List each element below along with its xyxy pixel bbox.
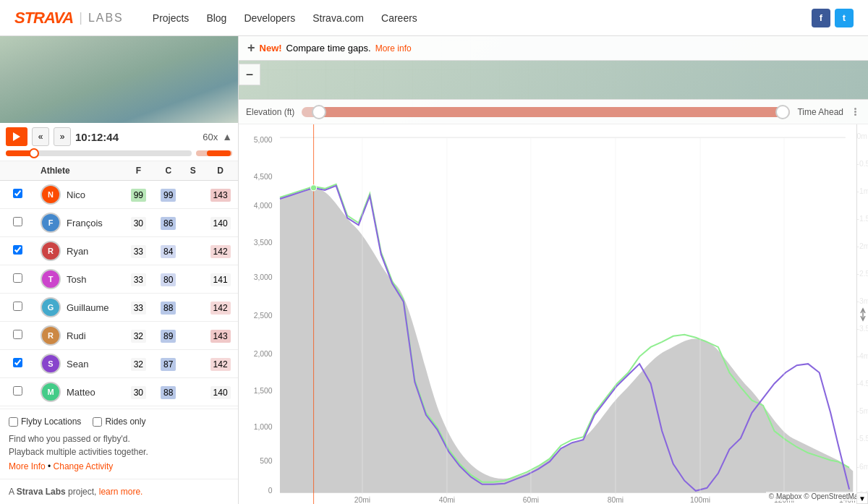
athlete-name: Nico xyxy=(67,189,85,200)
checkbox-header xyxy=(0,161,35,181)
table-row[interactable]: F François 30 86 140 xyxy=(0,209,238,237)
table-row[interactable]: R Ryan 33 84 142 xyxy=(0,237,238,265)
separator: • xyxy=(48,461,54,471)
range-handle-right[interactable] xyxy=(775,105,790,119)
table-row[interactable]: M Matteo 30 88 140 xyxy=(0,378,238,406)
prev-button[interactable]: « xyxy=(32,127,49,146)
range-slider[interactable] xyxy=(302,107,790,117)
athlete-name: Tosh xyxy=(67,274,86,285)
more-info-link[interactable]: More Info xyxy=(9,461,46,471)
play-button[interactable] xyxy=(6,127,27,146)
svg-text:1,500: 1,500 xyxy=(254,387,273,395)
athlete-checkbox[interactable] xyxy=(13,273,22,283)
athlete-checkbox[interactable] xyxy=(13,330,22,339)
athlete-checkbox-cell[interactable] xyxy=(0,237,35,265)
speed-display: 60x xyxy=(203,132,218,142)
athlete-checkbox[interactable] xyxy=(13,245,22,255)
athlete-c-score: 89 xyxy=(153,322,183,350)
bottom-collapse-button[interactable]: ▼ xyxy=(856,492,868,504)
flyby-locations-checkbox[interactable] xyxy=(9,417,18,427)
nav-projects[interactable]: Projects xyxy=(153,12,190,24)
notification-text: Compare time gaps. xyxy=(286,43,371,54)
collapse-button[interactable]: ▲ xyxy=(222,131,232,142)
svg-text:2,000: 2,000 xyxy=(254,350,273,358)
main-nav: Projects Blog Developers Strava.com Care… xyxy=(153,12,417,24)
table-row[interactable]: T Tosh 33 80 141 xyxy=(0,265,238,294)
athlete-name-cell: M Matteo xyxy=(35,378,124,406)
athlete-checkbox-cell[interactable] xyxy=(0,322,35,350)
range-fill xyxy=(317,107,786,117)
new-badge: New! xyxy=(260,43,282,54)
athlete-checkbox-cell[interactable] xyxy=(0,265,35,294)
svg-point-42 xyxy=(310,185,316,191)
nav-careers[interactable]: Careers xyxy=(381,12,417,24)
athlete-checkbox[interactable] xyxy=(13,386,22,396)
chart-collapse-button[interactable] xyxy=(849,107,861,116)
twitter-icon[interactable]: t xyxy=(835,9,854,27)
athlete-name: Ryan xyxy=(67,246,88,257)
athlete-c-score: 86 xyxy=(153,209,183,237)
minus-button[interactable]: − xyxy=(239,64,260,85)
athlete-name-cell: T Tosh xyxy=(35,265,124,294)
labs-logo: LABS xyxy=(88,12,124,25)
athlete-checkbox[interactable] xyxy=(13,189,22,198)
flyby-locations-label: Flyby Locations xyxy=(21,417,81,427)
avatar: F xyxy=(41,213,61,233)
athlete-s-score xyxy=(183,181,203,209)
athlete-name: Rudi xyxy=(67,330,86,341)
athlete-f-score: 99 xyxy=(124,181,153,209)
table-row[interactable]: R Rudi 32 89 143 xyxy=(0,322,238,350)
nav-blog[interactable]: Blog xyxy=(206,12,226,24)
social-icons: f t xyxy=(812,9,854,27)
athlete-checkbox-cell[interactable] xyxy=(0,181,35,209)
table-row[interactable]: G Guillaume 33 88 142 xyxy=(0,294,238,322)
athlete-name-cell: N Nico xyxy=(35,181,124,209)
athlete-d-score: 143 xyxy=(203,322,238,350)
svg-text:20mi: 20mi xyxy=(354,496,370,504)
rides-only-option[interactable]: Rides only xyxy=(93,417,145,427)
athlete-checkbox-cell[interactable] xyxy=(0,350,35,378)
range-handle-left[interactable] xyxy=(312,105,326,119)
chart-right-collapse[interactable] xyxy=(856,124,868,504)
left-panel: « » 10:12:44 60x ▲ xyxy=(0,36,239,504)
athlete-checkbox-cell[interactable] xyxy=(0,209,35,237)
athlete-checkbox[interactable] xyxy=(13,358,22,367)
athlete-checkbox[interactable] xyxy=(13,302,22,311)
athlete-s-score xyxy=(183,265,203,294)
next-button[interactable]: » xyxy=(54,127,71,146)
athlete-s-score xyxy=(183,209,203,237)
app-header: STRAVA | LABS Projects Blog Developers S… xyxy=(0,0,868,36)
d-header: D xyxy=(203,161,238,181)
nav-strava[interactable]: Strava.com xyxy=(312,12,364,24)
svg-text:3,000: 3,000 xyxy=(254,273,273,281)
athlete-checkbox-cell[interactable] xyxy=(0,378,35,406)
athlete-c-score: 88 xyxy=(153,294,183,322)
progress-handle[interactable] xyxy=(29,148,39,158)
more-info-notification-link[interactable]: More info xyxy=(375,43,412,54)
change-activity-link[interactable]: Change Activity xyxy=(54,461,114,471)
table-row[interactable]: N Nico 99 99 143 xyxy=(0,181,238,209)
svg-text:2,500: 2,500 xyxy=(254,312,273,320)
athlete-c-score: 99 xyxy=(153,181,183,209)
nav-developers[interactable]: Developers xyxy=(244,12,295,24)
table-row[interactable]: S Sean 32 87 142 xyxy=(0,350,238,378)
speed-track[interactable] xyxy=(196,150,232,156)
elevation-chart-svg: 5,000 4,500 4,000 3,500 3,000 2,500 2,00… xyxy=(239,124,868,504)
facebook-icon[interactable]: f xyxy=(812,9,830,27)
progress-track[interactable] xyxy=(6,150,192,156)
athlete-name-cell: R Rudi xyxy=(35,322,124,350)
athlete-s-score xyxy=(183,237,203,265)
footer-bold: Strava Labs xyxy=(17,487,66,497)
footer-text1: A xyxy=(9,487,17,497)
learn-more-link[interactable]: learn more. xyxy=(99,487,143,497)
athlete-checkbox-cell[interactable] xyxy=(0,294,35,322)
athlete-c-score: 84 xyxy=(153,237,183,265)
flyby-locations-option[interactable]: Flyby Locations xyxy=(9,417,81,427)
athlete-checkbox[interactable] xyxy=(13,217,22,226)
athlete-d-score: 142 xyxy=(203,294,238,322)
rides-only-checkbox[interactable] xyxy=(93,417,102,427)
svg-marker-0 xyxy=(13,132,20,141)
avatar: T xyxy=(41,269,61,289)
s-header: S xyxy=(183,161,203,181)
notification-plus-button[interactable]: + xyxy=(247,40,255,56)
